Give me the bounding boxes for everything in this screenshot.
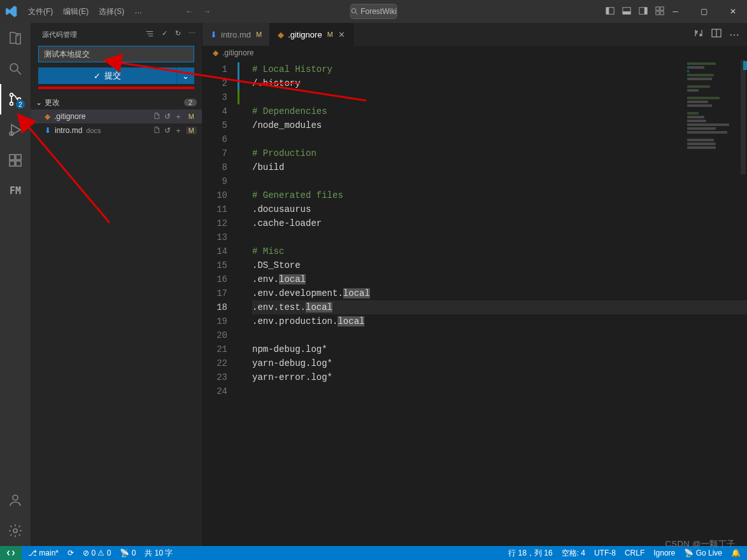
menu-items: 文件(F) 编辑(E) 选择(S) … xyxy=(23,3,147,21)
file-name: intro.md xyxy=(55,126,82,135)
scrollbar-thumb[interactable] xyxy=(741,60,746,174)
code-content[interactable]: # Local History/.history# Dependencies/n… xyxy=(239,60,747,546)
status-notifications-icon[interactable]: 🔔 xyxy=(731,549,741,557)
svg-rect-8 xyxy=(656,6,659,10)
commit-dropdown[interactable]: ⌄ xyxy=(176,67,194,84)
svg-rect-3 xyxy=(606,7,609,14)
activity-settings-icon[interactable] xyxy=(0,515,31,546)
view-mode-icon[interactable] xyxy=(145,29,154,39)
editor-area: ⬇ intro.md M ◆ .gitignore M ✕ ⋯ ◆ .gitig… xyxy=(203,23,747,546)
svg-marker-17 xyxy=(11,125,20,135)
status-badge: M xyxy=(326,31,333,38)
status-problems[interactable]: ⊘ 0 ⚠ 0 xyxy=(83,549,111,557)
tab-bar: ⬇ intro.md M ◆ .gitignore M ✕ ⋯ xyxy=(203,23,747,46)
menu-more[interactable]: … xyxy=(129,3,147,21)
menu-edit[interactable]: 编辑(E) xyxy=(58,3,94,21)
status-badge: M xyxy=(255,31,262,38)
activity-extensions-icon[interactable] xyxy=(0,145,31,176)
tab-gitignore[interactable]: ◆ .gitignore M ✕ xyxy=(270,23,353,46)
svg-rect-10 xyxy=(656,11,659,14)
nav-back-icon[interactable]: ← xyxy=(185,7,193,16)
global-search-text: ForestWiki xyxy=(360,7,397,16)
status-badge: M xyxy=(186,113,197,120)
tab-intro-md[interactable]: ⬇ intro.md M xyxy=(203,23,270,46)
svg-rect-22 xyxy=(16,161,21,166)
svg-line-13 xyxy=(17,71,21,74)
scm-file-row[interactable]: ◆ .gitignore ↺ ＋ M xyxy=(31,109,202,123)
status-golive[interactable]: 📡 Go Live xyxy=(684,549,722,557)
svg-point-15 xyxy=(10,102,13,106)
global-search[interactable]: ForestWiki xyxy=(350,4,397,19)
activity-fm-icon[interactable]: FM xyxy=(0,176,31,206)
changes-header[interactable]: ⌄ 更改 2 xyxy=(31,95,202,109)
status-wordcount[interactable]: 共 10 字 xyxy=(145,548,173,559)
scm-title: 源代码管理 xyxy=(42,30,145,39)
compare-icon[interactable] xyxy=(694,28,704,41)
layout-toggle-panel-icon[interactable] xyxy=(622,6,631,17)
layout-toggle-sidebar-icon[interactable] xyxy=(606,6,615,17)
activity-account-icon[interactable] xyxy=(0,485,31,515)
diamond-icon: ◆ xyxy=(278,30,284,39)
svg-point-24 xyxy=(13,529,17,533)
file-name: .gitignore xyxy=(54,112,85,121)
activity-explorer-icon[interactable] xyxy=(0,23,31,53)
nav-forward-icon[interactable]: → xyxy=(203,7,211,16)
activity-bar: 2 FM xyxy=(0,23,31,546)
status-port[interactable]: 📡 0 xyxy=(120,549,136,557)
svg-rect-5 xyxy=(623,11,630,13)
discard-icon[interactable]: ↺ xyxy=(164,126,171,135)
diamond-icon: ◆ xyxy=(213,48,218,57)
close-icon[interactable]: ✕ xyxy=(338,30,345,39)
scm-more-icon[interactable]: ⋯ xyxy=(189,29,196,39)
open-file-icon[interactable] xyxy=(153,126,160,136)
status-sync[interactable]: ⟳ xyxy=(68,549,74,557)
line-gutter: 123456789101112131415161718192021222324 xyxy=(203,60,238,546)
activity-scm-icon[interactable]: 2 xyxy=(0,84,31,115)
status-ln-col[interactable]: 行 18，列 16 xyxy=(508,548,552,559)
activity-debug-icon[interactable] xyxy=(0,115,31,145)
window-controls: ─ ▢ ✕ xyxy=(661,0,747,23)
refresh-icon[interactable]: ↻ xyxy=(175,29,181,39)
layout-icons xyxy=(606,6,664,17)
editor-body[interactable]: 123456789101112131415161718192021222324 … xyxy=(203,60,747,546)
menu-select[interactable]: 选择(S) xyxy=(94,3,129,21)
split-editor-icon[interactable] xyxy=(711,28,722,41)
scm-file-row[interactable]: ⬇ intro.md docs ↺ ＋ M xyxy=(31,123,202,137)
open-file-icon[interactable] xyxy=(153,112,160,122)
commit-check-icon[interactable]: ✓ xyxy=(162,29,167,39)
close-button[interactable]: ✕ xyxy=(718,0,747,23)
stage-icon[interactable]: ＋ xyxy=(174,111,182,122)
layout-toggle-right-icon[interactable] xyxy=(639,6,648,17)
menu-file[interactable]: 文件(F) xyxy=(23,3,58,21)
changes-count: 2 xyxy=(184,99,197,106)
chevron-down-icon: ⌄ xyxy=(36,98,42,107)
editor-more-icon[interactable]: ⋯ xyxy=(729,29,739,41)
commit-button[interactable]: ✓ 提交 xyxy=(38,67,176,84)
maximize-button[interactable]: ▢ xyxy=(690,0,718,23)
breadcrumb[interactable]: ◆ .gitignore xyxy=(203,46,747,60)
status-eol[interactable]: CRLF xyxy=(625,549,644,557)
status-encoding[interactable]: UTF-8 xyxy=(594,549,616,557)
scrollbar[interactable] xyxy=(738,60,747,546)
remote-indicator[interactable] xyxy=(0,546,22,560)
minimize-button[interactable]: ─ xyxy=(661,0,690,23)
status-lang[interactable]: Ignore xyxy=(653,549,675,557)
svg-point-0 xyxy=(352,9,356,13)
diff-marker xyxy=(743,61,747,70)
status-branch[interactable]: ⎇ main* xyxy=(28,549,59,557)
commit-message-input[interactable] xyxy=(38,46,194,62)
svg-rect-7 xyxy=(644,7,647,14)
stage-icon[interactable]: ＋ xyxy=(174,125,182,136)
svg-point-23 xyxy=(13,495,18,500)
status-badge: M xyxy=(186,127,197,134)
discard-icon[interactable]: ↺ xyxy=(164,112,171,121)
scm-panel: 源代码管理 ✓ ↻ ⋯ ✓ 提交 ⌄ ⌄ 更改 2 ◆ .gitign xyxy=(31,23,203,546)
activity-search-icon[interactable] xyxy=(0,53,31,84)
svg-line-1 xyxy=(355,13,357,15)
breadcrumb-file: .gitignore xyxy=(222,48,253,57)
markdown-icon: ⬇ xyxy=(45,126,51,135)
check-icon: ✓ xyxy=(94,71,101,81)
scm-badge: 2 xyxy=(15,99,25,109)
status-spaces[interactable]: 空格: 4 xyxy=(562,548,585,559)
svg-rect-19 xyxy=(10,155,15,160)
